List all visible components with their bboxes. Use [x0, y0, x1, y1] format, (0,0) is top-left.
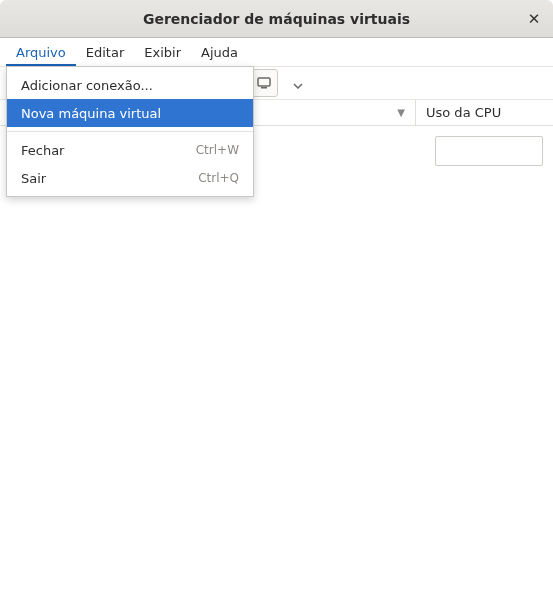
menu-file[interactable]: Arquivo [6, 38, 76, 66]
menubar: Arquivo Editar Exibir Ajuda [0, 38, 553, 66]
menu-edit-label: Editar [86, 45, 125, 60]
column-header-cpu[interactable]: Uso da CPU [415, 100, 553, 125]
menu-item-quit-label: Sair [21, 171, 46, 186]
chevron-down-icon [293, 74, 303, 93]
menu-file-label: Arquivo [16, 45, 66, 60]
svg-rect-0 [258, 78, 270, 86]
menu-edit[interactable]: Editar [76, 38, 135, 66]
menu-item-close-label: Fechar [21, 143, 64, 158]
menu-item-close-shortcut: Ctrl+W [196, 143, 239, 157]
file-menu-dropdown: Adicionar conexão... Nova máquina virtua… [6, 66, 254, 197]
toolbar-open-button[interactable] [250, 69, 278, 97]
menu-separator [7, 131, 253, 132]
menu-help-label: Ajuda [201, 45, 238, 60]
sort-indicator: ▼ [397, 107, 405, 118]
window-title: Gerenciador de máquinas virtuais [143, 11, 410, 27]
menu-view[interactable]: Exibir [134, 38, 191, 66]
svg-rect-1 [261, 87, 267, 89]
menu-item-add-connection[interactable]: Adicionar conexão... [7, 71, 253, 99]
menu-item-quit-shortcut: Ctrl+Q [198, 171, 239, 185]
column-cpu-label: Uso da CPU [426, 105, 501, 120]
menu-item-close[interactable]: Fechar Ctrl+W [7, 136, 253, 164]
menu-item-new-vm[interactable]: Nova máquina virtual [7, 99, 253, 127]
menu-view-label: Exibir [144, 45, 181, 60]
menu-item-add-connection-label: Adicionar conexão... [21, 78, 153, 93]
monitor-icon [257, 74, 271, 93]
menu-item-quit[interactable]: Sair Ctrl+Q [7, 164, 253, 192]
menu-item-new-vm-label: Nova máquina virtual [21, 106, 161, 121]
titlebar: Gerenciador de máquinas virtuais ✕ [0, 0, 553, 38]
menu-help[interactable]: Ajuda [191, 38, 248, 66]
vm-cpu-graph [435, 136, 543, 166]
close-window-button[interactable]: ✕ [523, 8, 545, 30]
close-icon: ✕ [528, 10, 541, 28]
column-header-name[interactable]: ▼ [275, 100, 415, 125]
toolbar-dropdown-button[interactable] [284, 69, 312, 97]
